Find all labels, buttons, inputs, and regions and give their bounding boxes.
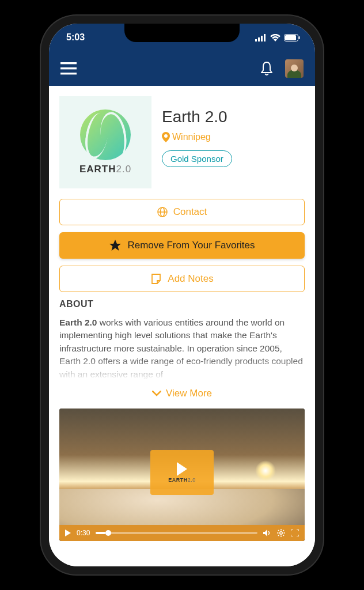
svg-rect-0 — [255, 39, 257, 41]
app-header — [49, 51, 315, 86]
wifi-icon — [270, 34, 280, 41]
contact-label: Contact — [173, 206, 207, 218]
video-seek-track[interactable] — [96, 532, 257, 534]
clock: 5:03 — [66, 32, 85, 43]
play-icon — [177, 462, 187, 476]
screen: 5:03 EARTH2.0 — [49, 24, 315, 566]
remove-favorite-button[interactable]: Remove From Your Favorites — [59, 232, 305, 259]
note-icon — [150, 273, 162, 285]
video-controls-bar: 0:30 — [59, 525, 305, 541]
logo-label: EARTH — [79, 164, 116, 175]
chevron-down-icon — [152, 391, 161, 396]
remove-favorite-label: Remove From Your Favorites — [127, 240, 255, 251]
sponsor-info: Earth 2.0 Winnipeg Gold Sponsor — [162, 96, 305, 188]
battery-icon — [284, 34, 300, 41]
phone-device-frame: 5:03 EARTH2.0 — [41, 16, 323, 574]
svg-line-21 — [283, 530, 284, 531]
view-more-button[interactable]: View More — [59, 381, 305, 409]
globe-icon — [80, 109, 131, 160]
play-overlay-label: EARTH2.0 — [168, 477, 196, 483]
cellular-signal-icon — [255, 34, 267, 41]
svg-line-19 — [278, 530, 279, 531]
view-more-label: View More — [166, 388, 212, 399]
text-fade-overlay — [59, 358, 305, 381]
globe-grid-icon — [157, 207, 168, 217]
play-overlay[interactable]: EARTH2.0 — [150, 450, 214, 495]
svg-rect-2 — [261, 36, 263, 41]
svg-rect-1 — [258, 37, 260, 41]
bell-icon[interactable] — [260, 61, 274, 76]
play-small-icon[interactable] — [65, 530, 71, 536]
svg-rect-3 — [264, 34, 266, 41]
fullscreen-icon[interactable] — [291, 530, 299, 536]
user-avatar[interactable] — [285, 59, 304, 78]
svg-rect-5 — [285, 35, 296, 40]
device-notch — [124, 24, 240, 42]
svg-rect-9 — [60, 73, 77, 74]
svg-line-20 — [283, 535, 284, 536]
add-notes-button[interactable]: Add Notes — [59, 266, 305, 292]
sponsor-name: Earth 2.0 — [162, 108, 305, 126]
logo-sublabel: 2.0 — [116, 164, 131, 175]
svg-line-22 — [278, 535, 279, 536]
about-heading: ABOUT — [59, 299, 305, 309]
add-notes-label: Add Notes — [168, 273, 213, 285]
sponsor-level-badge: Gold Sponsor — [162, 150, 232, 167]
svg-rect-6 — [299, 36, 300, 39]
status-indicators — [255, 34, 300, 41]
about-lead: Earth 2.0 — [59, 317, 97, 327]
location-pin-icon — [162, 132, 170, 142]
svg-rect-7 — [60, 62, 77, 64]
star-icon — [109, 239, 122, 252]
svg-rect-8 — [60, 67, 77, 69]
volume-icon[interactable] — [263, 530, 271, 536]
about-description: Earth 2.0 works with various entities ar… — [59, 316, 305, 381]
location-text: Winnipeg — [172, 132, 211, 142]
video-player[interactable]: EARTH2.0 0:30 — [59, 409, 305, 541]
contact-button[interactable]: Contact — [59, 199, 305, 225]
settings-gear-icon[interactable] — [277, 529, 285, 537]
sponsor-location: Winnipeg — [162, 132, 305, 142]
svg-point-14 — [280, 532, 282, 534]
logo-text: EARTH2.0 — [79, 164, 131, 175]
svg-point-10 — [164, 134, 168, 138]
main-content: EARTH2.0 Earth 2.0 Winnipeg Gold Sponsor… — [49, 86, 315, 566]
sponsor-profile-header: EARTH2.0 Earth 2.0 Winnipeg Gold Sponsor — [59, 96, 305, 188]
video-time: 0:30 — [77, 529, 90, 537]
hamburger-menu-icon[interactable] — [60, 62, 77, 75]
sponsor-logo: EARTH2.0 — [59, 96, 151, 188]
